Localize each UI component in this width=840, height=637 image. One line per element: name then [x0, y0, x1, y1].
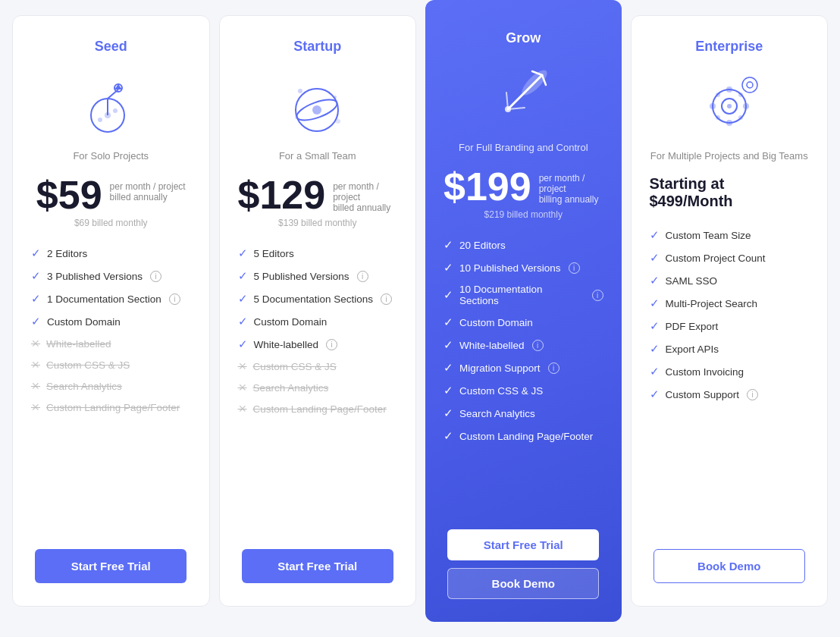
svg-point-25: [726, 86, 732, 93]
svg-point-10: [312, 105, 321, 115]
feature-seed-4: ✕White-labelled: [31, 333, 191, 354]
svg-point-34: [747, 82, 753, 88]
cross-icon: ✕: [31, 380, 40, 392]
plan-price-seed: $59: [36, 175, 102, 215]
plan-price-row-grow: $199 per month / project billing annuall…: [444, 167, 603, 206]
cta-startup[interactable]: Start Free Trial: [242, 549, 393, 583]
svg-point-32: [716, 93, 720, 97]
plan-icon-startup: [284, 68, 352, 136]
plan-name-seed: Seed: [95, 39, 127, 55]
feature-grow-0: ✓20 Editors: [444, 234, 603, 256]
featured-buttons: Start Free Trial Book Demo: [444, 529, 603, 599]
svg-point-12: [334, 96, 337, 99]
check-icon: ✓: [650, 274, 660, 287]
info-icon: i: [548, 362, 559, 374]
feature-startup-0: ✓5 Editors: [238, 242, 398, 265]
feature-enterprise-3: ✓Multi-Project Search: [650, 292, 810, 315]
feature-seed-0: ✓2 Editors: [31, 242, 191, 265]
cross-icon: ✕: [238, 403, 247, 415]
feature-enterprise-0: ✓Custom Team Size: [650, 224, 810, 246]
svg-point-30: [716, 115, 720, 120]
feature-startup-5: ✕Custom CSS & JS: [238, 356, 398, 377]
info-icon: i: [357, 271, 368, 282]
feature-grow-5: ✓Migration Supporti: [444, 356, 603, 379]
plan-tagline-startup: For a Small Team: [279, 150, 356, 162]
feature-startup-1: ✓5 Published Versionsi: [238, 265, 398, 287]
cross-icon: ✕: [31, 401, 40, 413]
cta-enterprise[interactable]: Book Demo: [654, 549, 805, 583]
check-icon: ✓: [444, 384, 453, 397]
plan-name-startup: Startup: [293, 39, 341, 55]
info-icon: i: [532, 340, 544, 351]
plan-starting-enterprise: Starting at $499/Month: [650, 175, 810, 210]
check-icon: ✓: [650, 251, 660, 265]
plan-name-grow: Grow: [506, 30, 541, 46]
feature-grow-3: ✓Custom Domain: [444, 311, 603, 334]
check-icon: ✓: [238, 269, 248, 283]
feature-grow-6: ✓Custom CSS & JS: [444, 379, 603, 402]
plan-price-period-grow: per month / project: [539, 173, 603, 194]
svg-point-29: [738, 93, 743, 97]
check-icon: ✓: [444, 338, 453, 352]
cross-icon: ✕: [31, 359, 40, 371]
svg-point-13: [295, 116, 298, 119]
plan-card-grow: Grow For Full Branding and Control $199 …: [425, 0, 622, 622]
check-icon: ✓: [444, 429, 453, 443]
feature-startup-3: ✓Custom Domain: [238, 310, 398, 333]
feature-startup-6: ✕Search Analytics: [238, 377, 398, 398]
check-icon: ✓: [650, 342, 660, 356]
info-icon: i: [169, 293, 180, 305]
feature-enterprise-2: ✓SAML SSO: [650, 269, 810, 292]
feature-grow-8: ✓Custom Landing Page/Footer: [444, 425, 603, 447]
feature-grow-7: ✓Search Analytics: [444, 402, 603, 425]
plan-price-period-startup: per month / project: [333, 181, 397, 202]
cross-icon: ✕: [238, 381, 247, 394]
feature-startup-7: ✕Custom Landing Page/Footer: [238, 398, 398, 419]
feature-grow-1: ✓10 Published Versionsi: [444, 256, 603, 279]
svg-point-26: [726, 120, 732, 126]
features-list-seed: ✓2 Editors ✓3 Published Versionsi ✓1 Doc…: [31, 242, 191, 475]
check-icon: ✓: [444, 238, 453, 252]
check-icon: ✓: [238, 292, 248, 306]
feature-startup-2: ✓5 Documentation Sectionsi: [238, 287, 398, 310]
feature-enterprise-6: ✓Custom Invoicing: [650, 360, 810, 383]
cross-icon: ✕: [31, 337, 40, 350]
check-icon: ✓: [444, 288, 453, 302]
plan-price-monthly-startup: $139 billed monthly: [278, 218, 356, 228]
check-icon: ✓: [31, 246, 41, 260]
feature-enterprise-1: ✓Custom Project Count: [650, 246, 810, 269]
check-icon: ✓: [238, 337, 248, 351]
plan-tagline-seed: For Solo Projects: [73, 150, 149, 162]
plan-price-details-grow: per month / project billing annually: [539, 167, 603, 205]
feature-enterprise-7: ✓Custom Supporti: [650, 383, 810, 406]
check-icon: ✓: [650, 319, 660, 333]
check-icon: ✓: [238, 315, 248, 328]
features-list-grow: ✓20 Editors ✓10 Published Versionsi ✓10 …: [444, 234, 603, 479]
cta-grow[interactable]: Start Free Trial: [447, 529, 599, 560]
feature-seed-5: ✕Custom CSS & JS: [31, 354, 191, 375]
plan-tagline-enterprise: For Multiple Projects and Big Teams: [650, 150, 808, 162]
feature-seed-3: ✓Custom Domain: [31, 310, 191, 333]
plan-name-enterprise: Enterprise: [695, 39, 763, 55]
info-icon: i: [326, 339, 337, 350]
plan-price-period-seed: per month / project: [110, 181, 186, 192]
plan-icon-seed: [77, 68, 145, 136]
check-icon: ✓: [444, 261, 453, 275]
check-icon: ✓: [31, 315, 41, 328]
svg-point-28: [743, 103, 749, 109]
info-icon: i: [150, 271, 161, 282]
plan-icon-enterprise: [695, 68, 763, 136]
check-icon: ✓: [238, 246, 248, 260]
plan-price-startup: $129: [238, 175, 326, 215]
plan-price-row-seed: $59 per month / project billed annually: [36, 175, 186, 215]
plan-card-seed: Seed For Solo Projects $59 per month / p…: [12, 15, 210, 607]
cross-icon: ✕: [238, 360, 247, 372]
svg-point-2: [98, 118, 102, 122]
cta-seed[interactable]: Start Free Trial: [35, 549, 186, 583]
plan-price-billing-grow: billing annually: [539, 194, 603, 205]
check-icon: ✓: [650, 365, 660, 378]
plan-price-row-startup: $129 per month / project billed annually: [238, 175, 398, 215]
cta2-grow[interactable]: Book Demo: [447, 568, 599, 599]
svg-point-3: [113, 108, 118, 113]
features-list-startup: ✓5 Editors ✓5 Published Versionsi ✓5 Doc…: [238, 242, 398, 475]
